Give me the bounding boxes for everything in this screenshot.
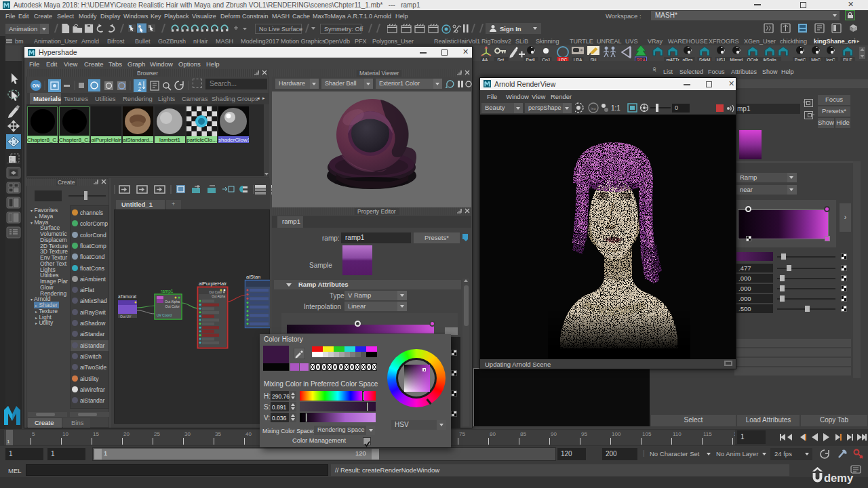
svg-text:1:1: 1:1 <box>611 104 620 112</box>
svg-text:demy: demy <box>824 472 854 484</box>
svg-text:110: 110 <box>673 431 682 437</box>
svg-text:ON: ON <box>33 83 40 88</box>
svg-text:aiPurpleHair: aiPurpleHair <box>199 281 227 287</box>
svg-text:Out Alpha: Out Alpha <box>165 300 180 304</box>
svg-text:Out Color: Out Color <box>165 304 180 308</box>
svg-text:25: 25 <box>154 431 160 437</box>
svg-text:85: 85 <box>520 431 526 437</box>
svg-text:30: 30 <box>184 431 191 437</box>
svg-text:1: 1 <box>7 439 10 445</box>
svg-text:aTamorat: aTamorat <box>118 294 136 299</box>
svg-text:10: 10 <box>62 431 68 437</box>
svg-text:90: 90 <box>551 431 557 437</box>
svg-text:5: 5 <box>32 431 35 437</box>
svg-text:75: 75 <box>459 431 465 437</box>
svg-text:15: 15 <box>93 431 99 437</box>
svg-text:aiStan: aiStan <box>246 274 260 280</box>
svg-text:120: 120 <box>734 431 735 437</box>
svg-text:Z: Z <box>138 87 142 92</box>
svg-text:A: A <box>138 81 142 86</box>
svg-text:UV Coord: UV Coord <box>157 313 172 317</box>
svg-text:Out Alpha: Out Alpha <box>212 295 225 298</box>
svg-text:ramp1: ramp1 <box>161 289 174 294</box>
svg-text:105: 105 <box>642 431 652 437</box>
svg-text:80: 80 <box>490 431 496 437</box>
svg-text:20: 20 <box>123 431 130 437</box>
svg-text:40: 40 <box>245 431 252 437</box>
svg-text:Out UV: Out UV <box>120 314 132 319</box>
svg-text:100: 100 <box>612 431 621 437</box>
svg-text:95: 95 <box>581 431 587 437</box>
svg-text:35: 35 <box>215 431 221 437</box>
svg-text:Out Color R: Out Color R <box>209 291 226 294</box>
svg-text:iso: iso <box>591 106 596 110</box>
svg-text:115: 115 <box>703 431 712 437</box>
